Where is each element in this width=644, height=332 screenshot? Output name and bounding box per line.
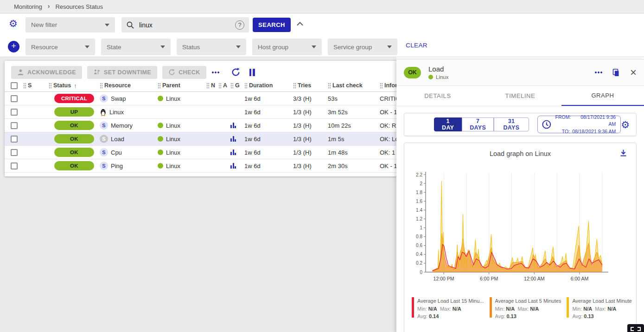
parent-name[interactable]: Linux [166,163,180,169]
time-range-7-days-button[interactable]: 7 DAYS [462,117,494,131]
resource-name[interactable]: Cpu [111,149,122,156]
row-checkbox[interactable] [11,95,18,102]
column-header-severity[interactable]: S [23,82,49,89]
resource-name[interactable]: Swap [111,95,126,102]
resource-filter-select[interactable]: Resource [26,39,95,55]
graph-icon[interactable] [230,150,236,155]
row-checkbox[interactable] [11,122,18,129]
row-checkbox[interactable] [11,136,18,143]
drag-handle-icon[interactable] [230,83,234,89]
close-panel-icon[interactable]: × [630,67,637,78]
set-downtime-button[interactable]: SET DOWNTIME [87,66,157,79]
host-group-filter-select[interactable]: Host group [252,39,322,55]
drag-handle-icon[interactable] [100,83,103,89]
legend-item-load-1m[interactable]: Average Load Last Minute Min: N/A Max: N… [567,297,631,320]
resource-name[interactable]: Ping [111,163,123,169]
collapse-filters-chevron-up-icon[interactable] [297,22,303,26]
column-header-duration[interactable]: Duration [244,82,293,89]
add-criteria-button[interactable]: + [8,41,19,52]
parent-name[interactable]: Linux [166,149,180,156]
tab-graph[interactable]: GRAPH [561,86,644,106]
graph-icon[interactable] [230,136,236,142]
search-button[interactable]: SEARCH [253,18,291,32]
drag-handle-icon[interactable] [293,83,296,89]
custom-time-range-field[interactable]: FROM:08/17/2021 9:36 AM TO:08/18/2021 9:… [537,116,621,133]
graph-card: Load graph on Linux 00.20.40.60.811.21.4… [404,143,637,332]
clear-filters-button[interactable]: CLEAR [406,42,427,49]
detail-panel-tabs: DETAILS TIMELINE GRAPH [396,86,644,106]
status-filter-select[interactable]: Status [177,39,246,55]
parent-name[interactable]: Linux [166,95,180,102]
time-range-1-day-button[interactable]: 1 DAY [434,117,462,131]
service-group-filter-select[interactable]: Service group [328,39,397,55]
sort-ascending-icon[interactable]: ↑ [74,82,77,89]
column-header-information[interactable]: Information [380,82,396,89]
drag-handle-icon[interactable] [328,83,331,89]
column-header-resource[interactable]: Resource [100,82,158,89]
load-graph-chart[interactable]: 00.20.40.60.811.21.41.61.822.212:00 PM6:… [409,169,631,285]
filter-settings-gear-icon[interactable]: ⚙ [9,19,18,28]
table-row[interactable]: OK SPing Linux 1w 6d 1/3 (H) 2m 30s OK -… [5,159,396,173]
graph-icon[interactable] [230,163,236,169]
drag-handle-icon[interactable] [244,83,248,89]
saved-filter-select[interactable]: New filter [26,17,115,33]
refresh-list-icon[interactable] [231,67,241,77]
column-header-notes[interactable]: N [206,82,218,89]
to-value[interactable]: 08/18/2021 9:36 AM [572,128,616,135]
drag-handle-icon[interactable] [380,83,383,89]
table-row[interactable]: CRITICAL SSwap Linux 1w 6d 3/3 (H) 53s C… [5,92,396,105]
downtime-worker-icon [93,69,101,76]
search-icon [126,21,134,29]
row-checkbox[interactable] [11,149,18,156]
svg-text:12:00 PM: 12:00 PM [434,276,454,281]
table-row[interactable]: OK SCpu Linux 1w 6d 1/3 (H) 1m 48s OK: 1… [5,146,396,159]
breadcrumb-resources-status[interactable]: Resources Status [55,3,103,10]
column-header-parent[interactable]: Parent [158,82,206,89]
drag-handle-icon[interactable] [158,83,161,89]
tab-details[interactable]: DETAILS [396,86,479,106]
more-actions-icon[interactable] [211,72,219,73]
search-help-icon[interactable]: ? [235,20,244,30]
row-checkbox[interactable] [11,109,18,116]
row-checkbox[interactable] [11,163,18,169]
parent-name[interactable]: Linux [166,122,180,129]
legend-item-load-5m[interactable]: Average Load Last 5 Minutes Min: N/A Max… [490,297,561,320]
table-row[interactable]: OK SMemory Linux 1w 6d 1/3 (H) 10m 22s O… [5,119,396,132]
resource-name[interactable]: Load [111,136,124,143]
breadcrumb-monitoring[interactable]: Monitoring [14,3,42,10]
search-input[interactable]: linux ? [121,17,249,33]
drag-handle-icon[interactable] [218,83,222,89]
copy-link-icon[interactable] [612,68,621,77]
drag-handle-icon[interactable] [49,83,52,89]
legend-item-load-15m[interactable]: Average Load Last 15 Minu... Min: N/A Ma… [412,297,484,320]
from-value[interactable]: 08/17/2021 9:36 AM [573,114,616,128]
tab-timeline[interactable]: TIMELINE [479,86,561,106]
column-header-graph[interactable]: G [230,82,244,89]
time-range-31-days-button[interactable]: 31 DAYS [494,117,529,131]
acknowledge-button[interactable]: ACKNOWLEDGE [11,66,82,79]
table-row[interactable]: UP Linux 1w 6d 1/3 (H) 3m 52s [5,105,396,119]
parent-status-dot [158,136,163,142]
column-header-tries[interactable]: Tries [293,82,328,89]
detail-panel-header: OK Load Linux × [396,59,644,86]
panel-more-actions-icon[interactable] [594,72,602,73]
column-header-status[interactable]: Status↑ [49,82,100,89]
column-header-last-check[interactable]: Last check [328,82,380,89]
drag-handle-icon[interactable] [206,83,210,89]
export-graph-download-icon[interactable] [619,149,628,157]
graph-settings-gear-icon[interactable]: ⚙ [621,120,630,130]
pause-autorefresh-icon[interactable] [249,69,255,76]
search-value[interactable]: linux [139,21,230,29]
resource-name[interactable]: Linux [109,109,124,116]
drag-handle-icon[interactable] [23,83,26,89]
check-button[interactable]: CHECK [162,66,206,79]
graph-icon[interactable] [230,123,236,128]
svg-text:1.6: 1.6 [416,199,422,204]
column-header-action[interactable]: A [218,82,230,89]
table-row-selected[interactable]: OK SLoad Linux 1w 6d 1/3 (H) 1m 5s OK: L… [5,132,396,146]
state-filter-select[interactable]: State [101,39,171,55]
select-all-checkbox[interactable] [11,82,18,89]
parent-name[interactable]: Linux [166,136,180,143]
resource-name[interactable]: Memory [111,122,133,129]
service-icon: S [100,148,108,156]
